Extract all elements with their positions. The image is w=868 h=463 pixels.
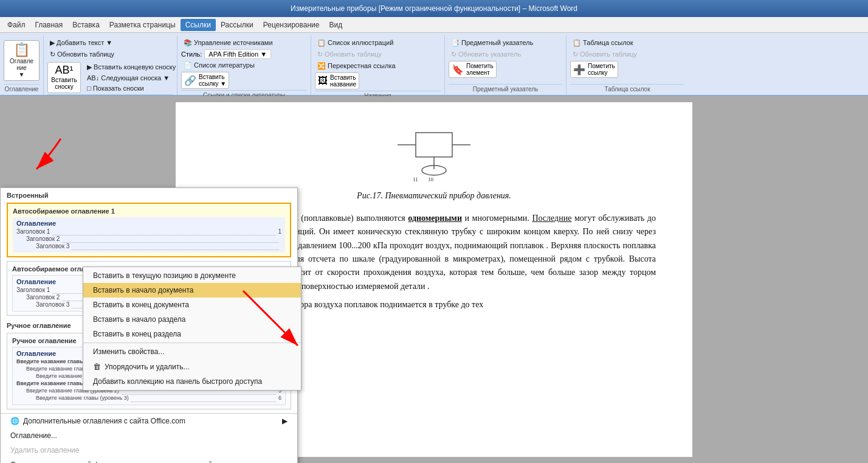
ctx-add-to-toolbar[interactable]: Добавить коллекцию на панель быстрого до… [83,374,301,389]
remove-toc-label: Удалить оглавление [10,446,79,454]
toc-preview-title: Оглавление [16,220,281,227]
menu-review[interactable]: Рецензирование [258,19,325,31]
globe-icon: 🌐 [10,417,19,425]
ctx-add-to-toolbar-label: Добавить коллекцию на панель быстрого до… [93,377,262,386]
update-index-btn[interactable]: ↻ Обновить указатель [449,49,523,60]
auto-toc-1[interactable]: Автособираемое оглавление 1 Оглавление З… [7,203,291,257]
ribbon-section-captions: 📋 Список иллюстраций ↻ Обновить таблицу … [311,35,445,95]
ctx-insert-end[interactable]: Вставить в конец документа [83,298,301,312]
auto-toc-1-preview: Оглавление Заголовок 11 Заголовок 2 Заго… [13,217,285,252]
footnotes-content: ▶ Добавить текст ▼ ↻ Обновить таблицу AB… [47,38,173,93]
save-selection-btn[interactable]: Сохранить выделенный фрагмент в коллекци… [1,458,297,463]
ctx-separator-1 [83,343,301,343]
underline-text: Последние [532,214,571,223]
ctx-insert-end-label: Вставить в конец документа [93,301,189,309]
ctx-insert-section-end[interactable]: Вставить в конец раздела [83,327,301,341]
menu-view[interactable]: Вид [324,19,347,31]
menu-mailings[interactable]: Рассылки [216,19,258,31]
arrow-right-icon: ▶ [282,417,288,425]
citations-content: 📚 Управление источниками Стиль: APA Fift… [181,38,307,89]
mark-entry-btn[interactable]: 🔖 Пометитьэлемент [449,61,497,78]
ribbon-section-footnotes: ▶ Добавить текст ▼ ↻ Обновить таблицу AB… [44,35,177,95]
underline-bold-text: одномерными [408,214,462,223]
menu-home[interactable]: Главная [30,19,68,31]
ctx-insert-current-label: Вставить в текущую позицию в документе [93,271,236,280]
toc-icon: 📋 [13,43,30,57]
dropdown-header-builtin: Встроенный [1,188,297,200]
toc-item-h2: Заголовок 2 [16,235,281,243]
manage-sources-btn[interactable]: 📚 Управление источниками [181,38,275,48]
update-table-btn[interactable]: ↻ Обновить таблицу [47,49,117,60]
style-label: Стиль: [181,50,202,58]
style-selector[interactable]: APA Fifth Edition ▼ [204,49,271,59]
update-figure-table-btn[interactable]: ↻ Обновить таблицу [315,49,384,60]
office-com-label: Дополнительные оглавления с сайта Office… [23,417,185,425]
auto-toc-1-name: Автособираемое оглавление 1 [13,207,285,215]
add-text-btn[interactable]: ▶ Добавить текст ▼ [47,38,115,48]
context-menu: Вставить в текущую позицию в документе В… [83,266,301,391]
figure-image: 11 10 [379,127,489,181]
ctx-organize-delete[interactable]: 🗑 Упорядочить и удалить... [83,359,301,374]
figure-area: 11 10 [212,127,656,186]
toc-item-h1: Заголовок 11 [16,228,281,235]
dropdown-bottom: 🌐 Дополнительные оглавления с сайта Offi… [1,413,297,463]
show-footnotes-btn[interactable]: □ Показать сноски [84,83,178,93]
menu-references[interactable]: Ссылки [181,19,216,31]
svg-text:10: 10 [428,176,434,181]
trash-icon: 🗑 [93,362,101,371]
ribbon-section-index: 📑 Предметный указатель ↻ Обновить указат… [445,35,567,95]
next-footnote-btn[interactable]: AB↓ Следующая сноска ▼ [84,73,178,83]
ctx-insert-section-beginning-label: Вставить в начало раздела [93,315,185,324]
citations-table-btn[interactable]: 📋 Таблица ссылок [570,38,636,48]
ctx-change-props[interactable]: Изменить свойства... [83,344,301,359]
index-section-label: Предметный указатель [449,84,562,92]
insert-endnote-btn[interactable]: ▶ Вставить концевую сноску [84,62,178,72]
ribbon-section-citations: 📚 Управление источниками Стиль: APA Fift… [177,35,311,95]
ctx-insert-current[interactable]: Вставить в текущую позицию в документе [83,268,301,283]
save-selection-label: Сохранить выделенный фрагмент в коллекци… [10,461,218,463]
ribbon: 📋 Оглавление▼ Оглавление ▶ Добавить текс… [0,33,868,96]
ctx-insert-section-end-label: Вставить в конец раздела [93,330,181,338]
authorities-section-label: Таблица ссылок [570,84,684,92]
main-area: 11 10 Рис.17. Пневматический прибор давл… [0,96,868,463]
ctx-organize-delete-label: Упорядочить и удалить... [105,363,190,371]
ctx-insert-section-beginning[interactable]: Вставить в начало раздела [83,312,301,327]
ribbon-section-authorities: 📋 Таблица ссылок ↻ Обновить таблицу ➕ По… [567,35,688,95]
insert-citation-btn[interactable]: 🔗 Вставитьссылку ▼ [181,72,229,89]
svg-rect-0 [416,133,452,157]
toc-dialog-label: Оглавление... [10,431,57,440]
toc-dialog-btn[interactable]: Оглавление... [1,428,297,443]
ribbon-section-toc: 📋 Оглавление▼ Оглавление [0,35,44,95]
toc-section-label: Оглавление [4,84,40,92]
index-content: 📑 Предметный указатель ↻ Обновить указат… [449,38,562,83]
menu-file[interactable]: Файл [2,19,30,31]
cross-ref-btn[interactable]: 🔀 Перекрестная ссылка [315,61,398,71]
subject-index-btn[interactable]: 📑 Предметный указатель [449,38,536,48]
menu-bar: Файл Главная Вставка Разметка страницы С… [0,17,868,33]
update-citations-table-btn[interactable]: ↻ Обновить таблицу [570,49,639,60]
toc-button[interactable]: 📋 Оглавление▼ [4,40,40,81]
insert-footnote-btn[interactable]: AB¹ Вставитьсноску [47,62,81,93]
menu-page-layout[interactable]: Разметка страницы [105,19,181,31]
ctx-insert-beginning[interactable]: Вставить в начало документа [83,283,301,298]
menu-insert[interactable]: Вставка [67,19,105,31]
authorities-content: 📋 Таблица ссылок ↻ Обновить таблицу ➕ По… [570,38,684,83]
title-text: Измерительные приборы [Режим ограниченно… [291,4,577,13]
remove-toc-btn[interactable]: Удалить оглавление [1,443,297,458]
mark-citation-btn[interactable]: ➕ Пометитьссылку [570,61,618,78]
insert-caption-btn[interactable]: 🖼 Вставитьназвание [315,72,359,89]
title-bar: Измерительные приборы [Режим ограниченно… [0,0,868,17]
figure-list-btn[interactable]: 📋 Список иллюстраций [315,38,396,48]
office-com-btn[interactable]: 🌐 Дополнительные оглавления с сайта Offi… [1,414,297,428]
bibliography-btn[interactable]: 📄 Список литературы [181,60,257,71]
ctx-change-props-label: Изменить свойства... [93,347,165,356]
toc-label: Оглавление▼ [9,58,34,78]
footnote-options: ▶ Вставить концевую сноску AB↓ Следующая… [84,62,178,93]
manual-item-6: Введите название главы (уровень 3)6 [16,395,281,402]
captions-content: 📋 Список иллюстраций ↻ Обновить таблицу … [315,38,441,89]
ctx-insert-beginning-label: Вставить в начало документа [93,286,194,294]
toc-item-h3: Заголовок 3 [16,243,281,250]
svg-text:11: 11 [413,176,418,181]
